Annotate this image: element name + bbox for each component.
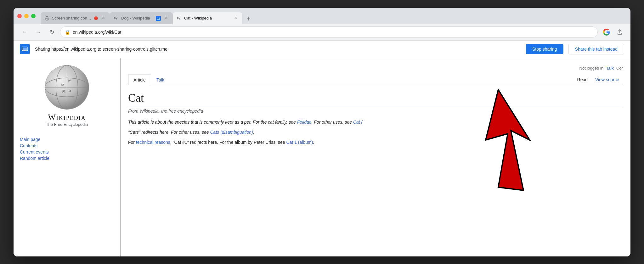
technical-reasons-link[interactable]: technical reasons bbox=[136, 140, 170, 145]
wikipedia-logo-name: Wikipedia bbox=[48, 113, 86, 122]
article-body: This article is about the species that i… bbox=[128, 119, 623, 146]
forward-button[interactable]: → bbox=[32, 26, 44, 38]
wiki-nav-main-page[interactable]: Main page bbox=[20, 137, 114, 142]
svg-text:И: И bbox=[69, 89, 71, 93]
refresh-button[interactable]: ↻ bbox=[46, 26, 58, 38]
url-text: en.wikipedia.org/wiki/Cat bbox=[73, 30, 593, 35]
wiki-tab-read[interactable]: Read bbox=[573, 75, 591, 85]
svg-text:維: 維 bbox=[62, 89, 65, 93]
tab-sharing-icon bbox=[156, 16, 161, 21]
article-subtitle: From Wikipedia, the free encyclopedia bbox=[128, 109, 623, 114]
address-bar[interactable]: 🔒 en.wikipedia.org/wiki/Cat bbox=[60, 26, 598, 38]
recording-dot-icon bbox=[94, 16, 98, 20]
article-paragraph-3: For technical reasons, "Cat #1" redirect… bbox=[128, 139, 623, 146]
wikipedia-favicon-icon: W bbox=[114, 16, 119, 21]
browser-window: Screen sharing controls ✕ W Dog - Wikipe… bbox=[14, 8, 630, 256]
article-paragraph-2: "Cats" redirects here. For other uses, s… bbox=[128, 129, 623, 136]
sharing-description-text: Sharing https://en.wikipedia.org to scre… bbox=[35, 47, 521, 52]
tab-cat-wikipedia[interactable]: W Cat - Wikipedia ✕ bbox=[173, 12, 242, 24]
wiki-main-content: Not logged in Talk Cor Article Talk Read… bbox=[121, 58, 630, 256]
tab-cat-wikipedia-close[interactable]: ✕ bbox=[233, 15, 238, 21]
globe-favicon-icon bbox=[44, 16, 49, 21]
wiki-nav-current-events[interactable]: Current events bbox=[20, 149, 114, 154]
svg-rect-6 bbox=[23, 48, 27, 50]
cats-disambiguation-link[interactable]: Cats (disambiguation) bbox=[210, 130, 253, 135]
wiki-tab-talk[interactable]: Talk bbox=[151, 75, 170, 85]
svg-rect-4 bbox=[157, 17, 159, 18]
tab-dog-wikipedia-close[interactable]: ✕ bbox=[163, 15, 169, 21]
minimize-traffic-light[interactable] bbox=[24, 14, 29, 18]
not-logged-in-text: Not logged in bbox=[579, 66, 604, 70]
sharing-icon bbox=[20, 44, 30, 54]
wikipedia-globe-icon: Ω W 維 И bbox=[44, 65, 90, 110]
cat1-album-link[interactable]: Cat 1 (album) bbox=[286, 140, 313, 145]
new-tab-button[interactable]: + bbox=[243, 14, 253, 24]
svg-text:Ω: Ω bbox=[61, 83, 64, 87]
felidae-link[interactable]: Felidae bbox=[297, 120, 312, 125]
traffic-lights bbox=[17, 14, 36, 18]
wiki-logo-area: Ω W 維 И Wikipedia The Free Encyclopedia bbox=[20, 65, 114, 132]
navigation-bar: ← → ↻ 🔒 en.wikipedia.org/wiki/Cat bbox=[14, 24, 630, 41]
title-bar: Screen sharing controls ✕ W Dog - Wikipe… bbox=[14, 8, 630, 24]
wiki-nav-contents[interactable]: Contents bbox=[20, 143, 114, 148]
article-paragraph-1: This article is about the species that i… bbox=[128, 119, 623, 126]
tab-screen-sharing-title: Screen sharing controls bbox=[52, 16, 92, 20]
sharing-bar: Sharing https://en.wikipedia.org to scre… bbox=[14, 41, 630, 58]
wiki-sidebar: Ω W 維 И Wikipedia The Free Encyclopedia … bbox=[14, 58, 121, 256]
share-tab-instead-button[interactable]: Share this tab instead bbox=[568, 44, 624, 54]
wiki-tabs-row: Article Talk Read View source bbox=[128, 75, 623, 85]
page-content: Ω W 維 И Wikipedia The Free Encyclopedia … bbox=[14, 58, 630, 256]
close-traffic-light[interactable] bbox=[17, 14, 22, 18]
cor-partial-text: Cor bbox=[616, 66, 623, 70]
talk-link[interactable]: Talk bbox=[606, 66, 614, 71]
tab-cat-wikipedia-title: Cat - Wikipedia bbox=[184, 16, 230, 20]
wikipedia-favicon-icon-cat: W bbox=[177, 16, 182, 21]
wiki-tab-article[interactable]: Article bbox=[128, 75, 151, 85]
svg-text:W: W bbox=[68, 79, 71, 82]
tabs-container: Screen sharing controls ✕ W Dog - Wikipe… bbox=[41, 8, 627, 24]
article-title: Cat bbox=[128, 91, 623, 106]
tab-dog-wikipedia[interactable]: W Dog - Wikipedia ✕ bbox=[110, 12, 173, 24]
fullscreen-traffic-light[interactable] bbox=[31, 14, 36, 18]
google-logo bbox=[603, 28, 610, 36]
wiki-nav-links: Main page Contents Current events Random… bbox=[20, 137, 114, 161]
tab-screen-sharing[interactable]: Screen sharing controls ✕ bbox=[41, 12, 110, 24]
stop-sharing-button[interactable]: Stop sharing bbox=[526, 44, 563, 54]
back-button[interactable]: ← bbox=[19, 26, 30, 38]
lock-icon: 🔒 bbox=[65, 30, 70, 35]
tab-screen-sharing-close[interactable]: ✕ bbox=[100, 15, 106, 21]
wikipedia-logo-tagline: The Free Encyclopedia bbox=[46, 122, 88, 127]
share-page-button[interactable] bbox=[614, 26, 625, 38]
cat-link[interactable]: Cat ( bbox=[353, 120, 363, 125]
tab-dog-wikipedia-title: Dog - Wikipedia bbox=[121, 16, 153, 20]
wiki-nav-random-article[interactable]: Random article bbox=[20, 156, 114, 161]
wiki-top-right-bar: Not logged in Talk Cor bbox=[128, 65, 623, 73]
wiki-tab-view-source[interactable]: View source bbox=[591, 75, 623, 85]
